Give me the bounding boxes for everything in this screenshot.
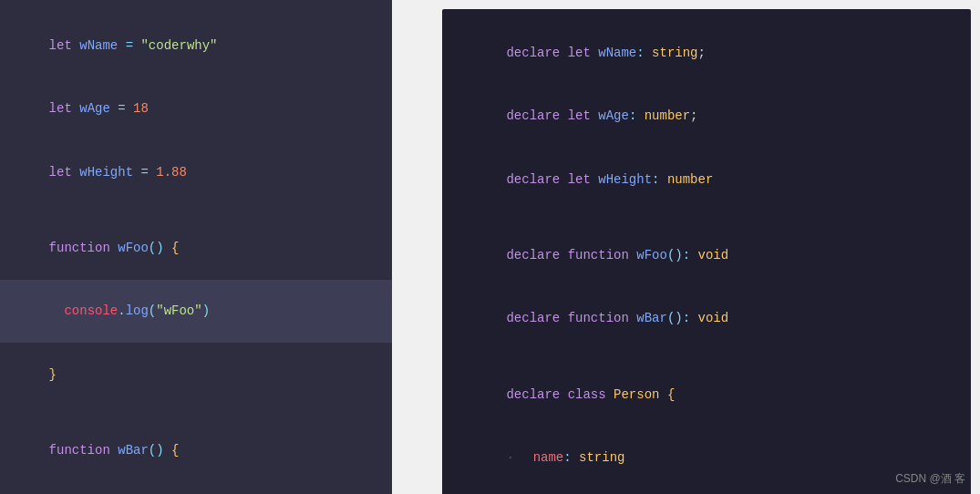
code-line: · age: number [460, 489, 953, 494]
code-line: declare function wFoo(): void [460, 224, 953, 287]
watermark-text: CSDN @酒 客 [895, 471, 965, 487]
right-panel: declare let wName: string; declare let w… [392, 0, 980, 494]
code-line: declare function wBar(): void [460, 287, 953, 350]
code-line-highlight: console.log("wFoo") [0, 280, 392, 343]
code-line: function wBar() { [18, 419, 374, 482]
code-line: console.log("wBar") [18, 482, 374, 494]
code-line: let wAge = 18 [18, 77, 374, 140]
right-code-panel: declare let wName: string; declare let w… [442, 9, 971, 494]
code-line: let wHeight = 1.88 [18, 141, 374, 204]
code-line: function wFoo() { [18, 217, 374, 280]
code-line: let wName = "coderwhy" [18, 15, 374, 77]
code-line: declare let wName: string; [460, 22, 953, 85]
left-code-panel: let wName = "coderwhy" let wAge = 18 let… [0, 0, 392, 494]
code-line: } [18, 343, 374, 406]
code-line: declare class Person { [460, 363, 953, 426]
code-line: · name: string [460, 427, 953, 489]
code-line: declare let wHeight: number [460, 149, 953, 211]
code-line: declare let wAge: number; [460, 85, 953, 148]
